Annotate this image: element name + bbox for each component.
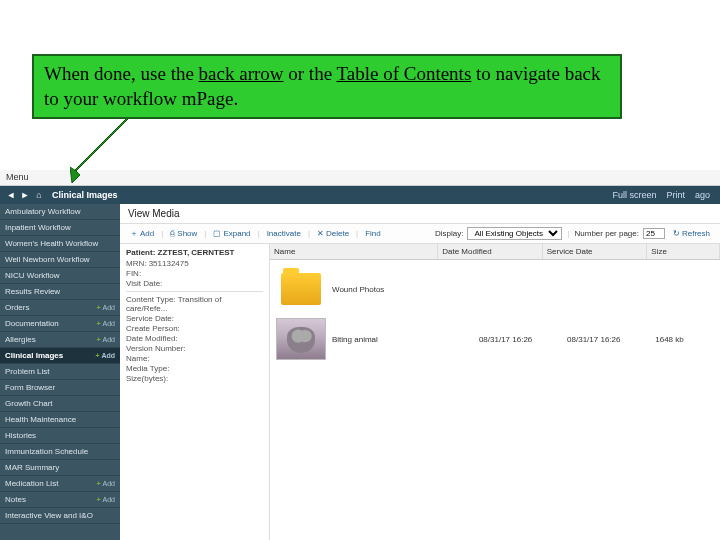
- col-size[interactable]: Size: [647, 244, 720, 259]
- sidebar-item[interactable]: Women's Health Workflow: [0, 236, 120, 252]
- col-name[interactable]: Name: [270, 244, 438, 259]
- visit-date-field: Visit Date:: [126, 279, 263, 288]
- file-service: 08/31/17 16:26: [567, 335, 655, 344]
- sidebar-item[interactable]: Interactive View and I&O: [0, 508, 120, 524]
- plus-icon: ＋: [130, 228, 138, 239]
- date-modified-field: Date Modified:: [126, 334, 263, 343]
- sidebar-item-label: Notes: [5, 495, 26, 504]
- delete-icon: ✕: [317, 229, 324, 238]
- sidebar-item[interactable]: Immunization Schedule: [0, 444, 120, 460]
- instruction-callout: When done, use the back arrow or the Tab…: [32, 54, 622, 119]
- sidebar-add-badge[interactable]: Add: [96, 352, 115, 359]
- sidebar-item-label: Results Review: [5, 287, 60, 296]
- find-button[interactable]: Find: [361, 227, 385, 240]
- refresh-icon: ↻: [673, 229, 680, 238]
- sidebar-item[interactable]: NotesAdd: [0, 492, 120, 508]
- delete-button[interactable]: ✕Delete: [313, 227, 353, 240]
- file-row[interactable]: Wound Photos: [274, 264, 716, 314]
- patient-name: Patient: ZZTEST, CERNTEST: [126, 248, 263, 257]
- sidebar-item-label: Allergies: [5, 335, 36, 344]
- sidebar-item[interactable]: Medication ListAdd: [0, 476, 120, 492]
- arrow-icon: [70, 115, 150, 189]
- sidebar-item[interactable]: Health Maintenance: [0, 412, 120, 428]
- page-title: View Media: [120, 204, 720, 223]
- sidebar-item-label: Interactive View and I&O: [5, 511, 93, 520]
- file-name: Biting animal: [332, 335, 479, 344]
- sidebar-item[interactable]: MAR Summary: [0, 460, 120, 476]
- sidebar-item[interactable]: NICU Workflow: [0, 268, 120, 284]
- sidebar-item-label: Ambulatory Workflow: [5, 207, 80, 216]
- col-service[interactable]: Service Date: [543, 244, 648, 259]
- image-thumbnail: [276, 318, 326, 360]
- sidebar-add-badge[interactable]: Add: [96, 320, 115, 327]
- sidebar-item-label: Health Maintenance: [5, 415, 76, 424]
- file-size: 1648 kb: [655, 335, 714, 344]
- content-area: View Media ＋Add | ⎙Show | ▢Expand | Inac…: [120, 204, 720, 540]
- sidebar-item-label: Clinical Images: [5, 351, 63, 360]
- sidebar-item-label: Women's Health Workflow: [5, 239, 98, 248]
- table-of-contents-link[interactable]: Table of Contents: [336, 63, 471, 84]
- sidebar-item[interactable]: Ambulatory Workflow: [0, 204, 120, 220]
- sidebar-item[interactable]: Results Review: [0, 284, 120, 300]
- metadata-panel: Patient: ZZTEST, CERNTEST MRN: 351132475…: [120, 244, 270, 540]
- file-row[interactable]: Biting animal08/31/17 16:2608/31/17 16:2…: [274, 314, 716, 364]
- col-lastmod[interactable]: Date Modified: [438, 244, 543, 259]
- back-icon[interactable]: ◄: [6, 190, 16, 200]
- inactivate-button[interactable]: Inactivate: [263, 227, 305, 240]
- expand-button[interactable]: ▢Expand: [209, 227, 254, 240]
- sidebar-item[interactable]: Clinical ImagesAdd: [0, 348, 120, 364]
- size-field: Size(bytes):: [126, 374, 263, 383]
- sidebar-item-label: Documentation: [5, 319, 59, 328]
- show-button[interactable]: ⎙Show: [166, 227, 201, 240]
- sidebar: Ambulatory WorkflowInpatient WorkflowWom…: [0, 204, 120, 540]
- name-field: Name:: [126, 354, 263, 363]
- sidebar-item[interactable]: AllergiesAdd: [0, 332, 120, 348]
- fullscreen-button[interactable]: Full screen: [612, 190, 656, 200]
- sidebar-item-label: Well Newborn Workflow: [5, 255, 90, 264]
- column-header: Name Date Modified Service Date Size: [270, 244, 720, 260]
- sidebar-add-badge[interactable]: Add: [96, 496, 115, 503]
- sidebar-item-label: Inpatient Workflow: [5, 223, 71, 232]
- display-select[interactable]: All Existing Objects: [467, 227, 562, 240]
- sidebar-item-label: MAR Summary: [5, 463, 59, 472]
- fin-field: FIN:: [126, 269, 263, 278]
- sidebar-item-label: Problem List: [5, 367, 49, 376]
- home-icon[interactable]: ⌂: [34, 190, 44, 200]
- sidebar-item-label: Orders: [5, 303, 29, 312]
- folder-icon: [276, 268, 326, 310]
- expand-icon: ▢: [213, 229, 221, 238]
- callout-text-before: When done, use the: [44, 63, 199, 84]
- print-button[interactable]: Print: [666, 190, 685, 200]
- toolbar: ＋Add | ⎙Show | ▢Expand | Inactivate | ✕D…: [120, 223, 720, 244]
- service-date-field: Service Date:: [126, 314, 263, 323]
- file-area: Name Date Modified Service Date Size Wou…: [270, 244, 720, 540]
- refresh-button[interactable]: ↻Refresh: [669, 227, 714, 240]
- tab-title: Clinical Images: [48, 190, 122, 200]
- file-name: Wound Photos: [332, 285, 479, 294]
- back-arrow-link[interactable]: back arrow: [199, 63, 284, 84]
- sidebar-item-label: Histories: [5, 431, 36, 440]
- sidebar-item[interactable]: Histories: [0, 428, 120, 444]
- sidebar-add-badge[interactable]: Add: [96, 304, 115, 311]
- menu-item[interactable]: Menu: [6, 172, 29, 182]
- sidebar-item[interactable]: DocumentationAdd: [0, 316, 120, 332]
- content-type-field: Content Type: Transition of care/Refe...: [126, 295, 263, 313]
- sidebar-item-label: Medication List: [5, 479, 58, 488]
- sidebar-item-label: Growth Chart: [5, 399, 53, 408]
- forward-icon[interactable]: ►: [20, 190, 30, 200]
- display-label: Display:: [435, 229, 463, 238]
- add-button[interactable]: ＋Add: [126, 226, 158, 241]
- version-field: Version Number:: [126, 344, 263, 353]
- sidebar-item[interactable]: OrdersAdd: [0, 300, 120, 316]
- npp-input[interactable]: [643, 228, 665, 239]
- sidebar-item-label: Immunization Schedule: [5, 447, 88, 456]
- sidebar-item[interactable]: Inpatient Workflow: [0, 220, 120, 236]
- sidebar-add-badge[interactable]: Add: [96, 336, 115, 343]
- sidebar-item[interactable]: Form Browser: [0, 380, 120, 396]
- sidebar-add-badge[interactable]: Add: [96, 480, 115, 487]
- sidebar-item[interactable]: Growth Chart: [0, 396, 120, 412]
- show-icon: ⎙: [170, 229, 175, 238]
- sidebar-item[interactable]: Well Newborn Workflow: [0, 252, 120, 268]
- sidebar-item[interactable]: Problem List: [0, 364, 120, 380]
- ago-label: ago: [695, 190, 710, 200]
